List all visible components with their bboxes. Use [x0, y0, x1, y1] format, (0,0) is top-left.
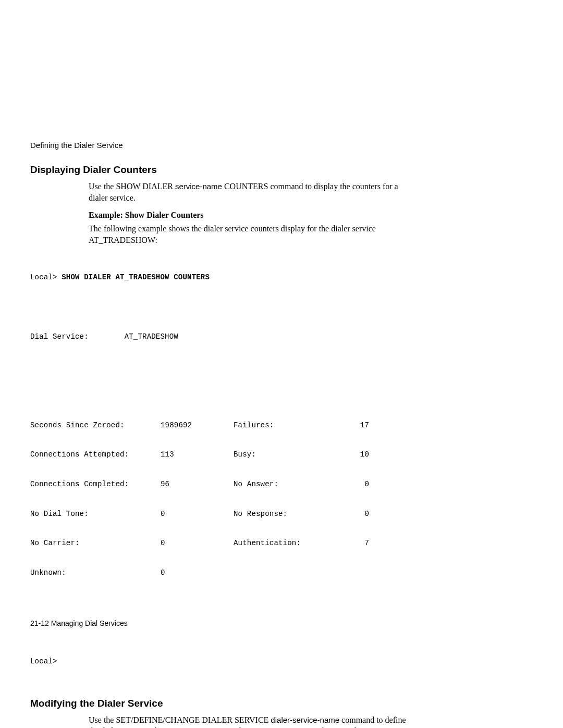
table-row: Connections Attempted: 113 Busy: 10	[30, 450, 416, 460]
counter-label: No Response:	[234, 509, 348, 519]
code-blank	[30, 302, 416, 312]
counter-value: 0	[161, 568, 234, 578]
prompt-end: Local>	[30, 657, 416, 667]
counter-label: No Dial Tone:	[30, 509, 161, 519]
text: Use the SHOW DIALER	[89, 182, 175, 191]
inline-code: service-name	[175, 182, 222, 191]
command: SHOW DIALER AT_TRADESHOW COUNTERS	[62, 273, 210, 281]
counter-value: 0	[348, 509, 369, 519]
running-header: Defining the Dialer Service	[30, 141, 416, 150]
counter-value	[348, 568, 369, 578]
counter-label: No Answer:	[234, 479, 348, 489]
table-row: No Dial Tone: 0 No Response: 0	[30, 509, 416, 519]
section1-body: Use the SHOW DIALER service-name COUNTER…	[89, 181, 414, 245]
counter-label: Connections Attempted:	[30, 450, 161, 460]
counter-value: 113	[161, 450, 234, 460]
table-row: No Carrier: 0 Authentication: 7	[30, 538, 416, 548]
prompt: Local>	[30, 273, 62, 281]
counter-label: Busy:	[234, 450, 348, 460]
table-row: Unknown: 0	[30, 568, 416, 578]
heading-displaying-dialer-counters: Displaying Dialer Counters	[30, 164, 416, 176]
counter-value: 1989692	[161, 421, 234, 430]
counter-label: Connections Completed:	[30, 479, 161, 489]
table-row: Connections Completed: 96 No Answer: 0	[30, 479, 416, 489]
text: Use the SET/DEFINE/CHANGE DIALER SERVICE	[89, 715, 271, 724]
code-blank	[30, 627, 416, 637]
page-content: Defining the Dialer Service Displaying D…	[30, 141, 416, 728]
code-blank	[30, 361, 416, 371]
section2-para1: Use the SET/DEFINE/CHANGE DIALER SERVICE…	[89, 714, 414, 728]
code-line: Local> SHOW DIALER AT_TRADESHOW COUNTERS	[30, 273, 416, 282]
counter-label: Failures:	[234, 421, 348, 430]
section2-body: Use the SET/DEFINE/CHANGE DIALER SERVICE…	[89, 714, 414, 728]
counter-value: 10	[348, 450, 369, 460]
example-heading-show-dialer-counters: Example: Show Dialer Counters	[89, 211, 414, 220]
counter-label: Seconds Since Zeroed:	[30, 421, 161, 430]
section1-para1: Use the SHOW DIALER service-name COUNTER…	[89, 181, 414, 203]
counter-value: 0	[161, 509, 234, 519]
counter-value: 0	[348, 479, 369, 489]
table-row: Seconds Since Zeroed: 1989692 Failures: …	[30, 421, 416, 430]
counter-value: 7	[348, 538, 369, 548]
counter-label: No Carrier:	[30, 538, 161, 548]
inline-code: dialer-service-name	[271, 715, 339, 724]
dial-service-line: Dial Service: AT_TRADESHOW	[30, 332, 416, 342]
counter-label	[234, 568, 348, 578]
counters-table: Seconds Since Zeroed: 1989692 Failures: …	[30, 401, 416, 598]
counter-label: Authentication:	[234, 538, 348, 548]
counter-value: 0	[161, 538, 234, 548]
heading-modifying-dialer-service: Modifying the Dialer Service	[30, 698, 416, 709]
counter-label: Unknown:	[30, 568, 161, 578]
section1-para2: The following example shows the dialer s…	[89, 223, 414, 245]
page-footer: 21-12 Managing Dial Services	[30, 619, 128, 627]
counter-value: 17	[348, 421, 369, 430]
counter-value: 96	[161, 479, 234, 489]
